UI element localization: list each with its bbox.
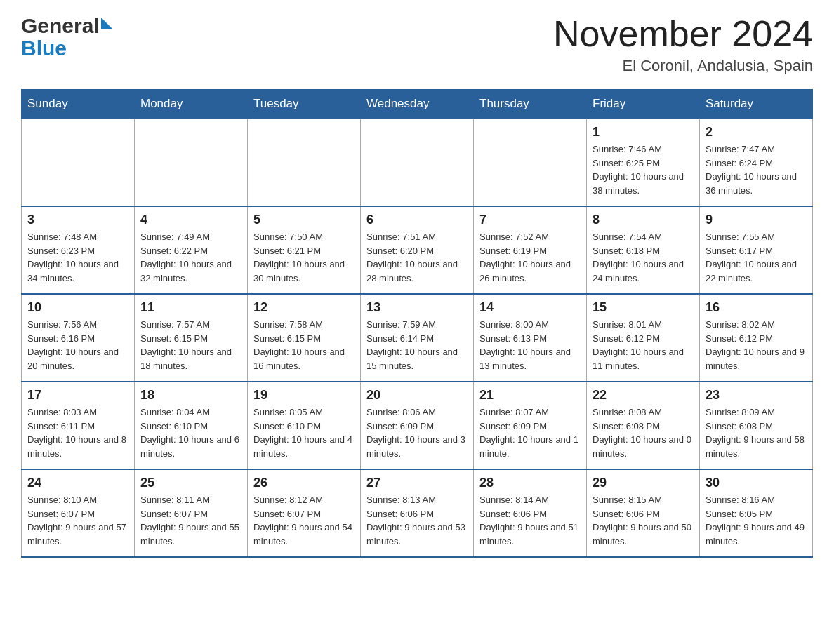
logo-blue-text: Blue: [21, 36, 67, 60]
day-info: Sunrise: 8:10 AMSunset: 6:07 PMDaylight:…: [27, 493, 128, 548]
day-number: 20: [366, 388, 468, 403]
calendar-cell: 10Sunrise: 7:56 AMSunset: 6:16 PMDayligh…: [22, 294, 135, 382]
day-info: Sunrise: 8:16 AMSunset: 6:05 PMDaylight:…: [706, 493, 807, 548]
day-number: 2: [706, 125, 807, 140]
weekday-header-sunday: Sunday: [22, 90, 135, 119]
weekday-header-wednesday: Wednesday: [361, 90, 474, 119]
day-number: 25: [140, 476, 241, 490]
calendar-cell: [248, 119, 361, 206]
day-number: 18: [140, 388, 241, 403]
weekday-header-tuesday: Tuesday: [248, 90, 361, 119]
day-info: Sunrise: 8:02 AMSunset: 6:12 PMDaylight:…: [706, 318, 807, 373]
day-info: Sunrise: 8:07 AMSunset: 6:09 PMDaylight:…: [479, 405, 581, 460]
day-info: Sunrise: 8:06 AMSunset: 6:09 PMDaylight:…: [366, 405, 468, 460]
logo: General Blue: [21, 14, 112, 60]
calendar-cell: 8Sunrise: 7:54 AMSunset: 6:18 PMDaylight…: [587, 206, 700, 294]
weekday-header-thursday: Thursday: [474, 90, 587, 119]
day-info: Sunrise: 7:49 AMSunset: 6:22 PMDaylight:…: [140, 230, 241, 285]
day-info: Sunrise: 8:05 AMSunset: 6:10 PMDaylight:…: [253, 405, 355, 460]
day-number: 24: [27, 476, 128, 490]
day-number: 27: [366, 476, 468, 490]
calendar-cell: 11Sunrise: 7:57 AMSunset: 6:15 PMDayligh…: [135, 294, 248, 382]
week-row-5: 24Sunrise: 8:10 AMSunset: 6:07 PMDayligh…: [22, 469, 813, 557]
calendar-cell: 6Sunrise: 7:51 AMSunset: 6:20 PMDaylight…: [361, 206, 474, 294]
day-info: Sunrise: 7:48 AMSunset: 6:23 PMDaylight:…: [27, 230, 128, 285]
day-info: Sunrise: 7:46 AMSunset: 6:25 PMDaylight:…: [593, 142, 694, 197]
day-info: Sunrise: 7:50 AMSunset: 6:21 PMDaylight:…: [253, 230, 355, 285]
logo-general-text: General: [21, 14, 100, 38]
day-number: 7: [479, 213, 581, 227]
day-info: Sunrise: 7:54 AMSunset: 6:18 PMDaylight:…: [593, 230, 694, 285]
calendar-cell: 9Sunrise: 7:55 AMSunset: 6:17 PMDaylight…: [700, 206, 813, 294]
calendar-cell: 14Sunrise: 8:00 AMSunset: 6:13 PMDayligh…: [474, 294, 587, 382]
day-number: 8: [593, 213, 694, 227]
day-number: 11: [140, 300, 241, 315]
day-number: 4: [140, 213, 241, 227]
weekday-header-row: SundayMondayTuesdayWednesdayThursdayFrid…: [22, 90, 813, 119]
day-info: Sunrise: 7:47 AMSunset: 6:24 PMDaylight:…: [706, 142, 807, 197]
day-info: Sunrise: 7:58 AMSunset: 6:15 PMDaylight:…: [253, 318, 355, 373]
day-info: Sunrise: 7:56 AMSunset: 6:16 PMDaylight:…: [27, 318, 128, 373]
day-info: Sunrise: 8:11 AMSunset: 6:07 PMDaylight:…: [140, 493, 241, 548]
calendar-cell: 18Sunrise: 8:04 AMSunset: 6:10 PMDayligh…: [135, 382, 248, 469]
day-info: Sunrise: 8:14 AMSunset: 6:06 PMDaylight:…: [479, 493, 581, 548]
title-area: November 2024 El Coronil, Andalusia, Spa…: [553, 14, 813, 75]
day-info: Sunrise: 8:12 AMSunset: 6:07 PMDaylight:…: [253, 493, 355, 548]
day-info: Sunrise: 8:04 AMSunset: 6:10 PMDaylight:…: [140, 405, 241, 460]
calendar-cell: 22Sunrise: 8:08 AMSunset: 6:08 PMDayligh…: [587, 382, 700, 469]
day-number: 6: [366, 213, 468, 227]
week-row-1: 1Sunrise: 7:46 AMSunset: 6:25 PMDaylight…: [22, 119, 813, 206]
day-info: Sunrise: 7:52 AMSunset: 6:19 PMDaylight:…: [479, 230, 581, 285]
day-number: 14: [479, 300, 581, 315]
calendar-cell: [474, 119, 587, 206]
calendar-cell: [22, 119, 135, 206]
day-number: 17: [27, 388, 128, 403]
day-number: 12: [253, 300, 355, 315]
day-number: 30: [706, 476, 807, 490]
day-info: Sunrise: 8:13 AMSunset: 6:06 PMDaylight:…: [366, 493, 468, 548]
calendar-cell: 23Sunrise: 8:09 AMSunset: 6:08 PMDayligh…: [700, 382, 813, 469]
day-number: 5: [253, 213, 355, 227]
calendar-cell: 30Sunrise: 8:16 AMSunset: 6:05 PMDayligh…: [700, 469, 813, 557]
day-number: 10: [27, 300, 128, 315]
day-info: Sunrise: 7:59 AMSunset: 6:14 PMDaylight:…: [366, 318, 468, 373]
calendar-cell: 4Sunrise: 7:49 AMSunset: 6:22 PMDaylight…: [135, 206, 248, 294]
day-info: Sunrise: 8:00 AMSunset: 6:13 PMDaylight:…: [479, 318, 581, 373]
calendar-cell: 27Sunrise: 8:13 AMSunset: 6:06 PMDayligh…: [361, 469, 474, 557]
day-number: 21: [479, 388, 581, 403]
day-number: 13: [366, 300, 468, 315]
day-info: Sunrise: 8:09 AMSunset: 6:08 PMDaylight:…: [706, 405, 807, 460]
day-number: 29: [593, 476, 694, 490]
month-year-title: November 2024: [553, 14, 813, 54]
calendar-cell: 7Sunrise: 7:52 AMSunset: 6:19 PMDaylight…: [474, 206, 587, 294]
week-row-2: 3Sunrise: 7:48 AMSunset: 6:23 PMDaylight…: [22, 206, 813, 294]
day-info: Sunrise: 8:08 AMSunset: 6:08 PMDaylight:…: [593, 405, 694, 460]
location-subtitle: El Coronil, Andalusia, Spain: [553, 57, 813, 75]
weekday-header-monday: Monday: [135, 90, 248, 119]
calendar-cell: 28Sunrise: 8:14 AMSunset: 6:06 PMDayligh…: [474, 469, 587, 557]
calendar-cell: 26Sunrise: 8:12 AMSunset: 6:07 PMDayligh…: [248, 469, 361, 557]
logo-arrow-icon: [101, 18, 112, 29]
calendar-cell: 5Sunrise: 7:50 AMSunset: 6:21 PMDaylight…: [248, 206, 361, 294]
day-number: 1: [593, 125, 694, 140]
calendar-cell: [135, 119, 248, 206]
day-number: 16: [706, 300, 807, 315]
calendar-cell: 29Sunrise: 8:15 AMSunset: 6:06 PMDayligh…: [587, 469, 700, 557]
week-row-4: 17Sunrise: 8:03 AMSunset: 6:11 PMDayligh…: [22, 382, 813, 469]
calendar-cell: 16Sunrise: 8:02 AMSunset: 6:12 PMDayligh…: [700, 294, 813, 382]
day-number: 26: [253, 476, 355, 490]
weekday-header-friday: Friday: [587, 90, 700, 119]
day-info: Sunrise: 8:03 AMSunset: 6:11 PMDaylight:…: [27, 405, 128, 460]
day-number: 9: [706, 213, 807, 227]
calendar-cell: 3Sunrise: 7:48 AMSunset: 6:23 PMDaylight…: [22, 206, 135, 294]
calendar-cell: 2Sunrise: 7:47 AMSunset: 6:24 PMDaylight…: [700, 119, 813, 206]
calendar-cell: 15Sunrise: 8:01 AMSunset: 6:12 PMDayligh…: [587, 294, 700, 382]
day-number: 22: [593, 388, 694, 403]
day-number: 19: [253, 388, 355, 403]
calendar-cell: [361, 119, 474, 206]
calendar-cell: 1Sunrise: 7:46 AMSunset: 6:25 PMDaylight…: [587, 119, 700, 206]
day-number: 23: [706, 388, 807, 403]
calendar-cell: 17Sunrise: 8:03 AMSunset: 6:11 PMDayligh…: [22, 382, 135, 469]
day-number: 28: [479, 476, 581, 490]
calendar-cell: 19Sunrise: 8:05 AMSunset: 6:10 PMDayligh…: [248, 382, 361, 469]
